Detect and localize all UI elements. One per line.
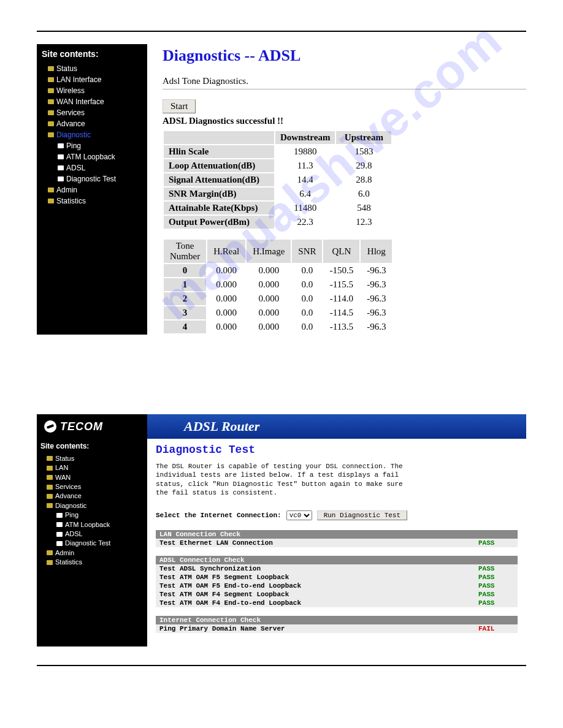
- check-result: PASS: [475, 590, 518, 599]
- folder-icon: [48, 188, 54, 192]
- sidebar-item-diagnostic-test[interactable]: Diagnostic Test: [42, 173, 142, 184]
- brand-bar: TECOM: [37, 414, 147, 439]
- check-group-title: Internet Connection Check: [156, 616, 518, 624]
- sidebar-item-admin[interactable]: Admin: [40, 548, 144, 558]
- tone-table: ToneNumberH.RealH.ImageSNRQLNHlog 00.000…: [163, 238, 393, 335]
- cell-downstream: 14.4: [275, 173, 335, 186]
- cell-snr: 0.0: [292, 278, 322, 291]
- sidebar-item-admin[interactable]: Admin: [42, 184, 142, 195]
- sidebar-item-services[interactable]: Services: [42, 107, 142, 118]
- folder-icon: [48, 110, 54, 115]
- content-area: Diagnostics -- ADSL Adsl Tone Diagnostic…: [147, 44, 526, 335]
- row-label: Hlin Scale: [164, 145, 274, 158]
- table-row: Test ADSL SynchronizationPASS: [156, 564, 518, 573]
- sidebar-item-atm-loopback[interactable]: ATM Loopback: [42, 151, 142, 162]
- cell-hlog: -96.3: [361, 292, 392, 305]
- page-icon: [58, 154, 64, 159]
- folder-icon: [47, 560, 53, 565]
- table-row: Output Power(dBm)22.312.3: [164, 216, 391, 229]
- sidebar-item-services[interactable]: Services: [40, 482, 144, 491]
- sidebar-item-diagnostic-test[interactable]: Diagnostic Test: [40, 539, 144, 548]
- check-table: LAN Connection CheckTest Ethernet LAN Co…: [156, 530, 518, 547]
- cell-qln: -115.5: [323, 278, 359, 291]
- sidebar-item-lan-interface[interactable]: LAN Interface: [42, 74, 142, 85]
- cell-hreal: 0.000: [207, 306, 245, 319]
- sidebar-item-diagnostic[interactable]: Diagnostic: [42, 129, 142, 140]
- bottom-rule: [37, 665, 526, 666]
- sidebar-item-label: ADSL: [66, 162, 85, 173]
- sidebar-item-label: Services: [55, 482, 81, 491]
- page-icon: [58, 165, 64, 170]
- cell-hlog: -96.3: [361, 278, 392, 291]
- page-icon: [56, 513, 63, 518]
- sidebar-item-advance[interactable]: Advance: [42, 118, 142, 129]
- col-header: QLN: [323, 240, 359, 263]
- panel-adsl-diagnostics: Site contents: StatusLAN InterfaceWirele…: [37, 44, 526, 335]
- cell-hlog: -96.3: [361, 306, 392, 319]
- folder-icon: [47, 503, 53, 508]
- sidebar: Site contents: StatusLANWANServicesAdvan…: [37, 439, 147, 646]
- check-label: Test ATM OAM F4 End-to-end Loopback: [156, 599, 475, 607]
- sidebar-item-label: ATM Loopback: [65, 520, 110, 529]
- col-upstream: Upstream: [336, 131, 391, 144]
- sidebar-item-status[interactable]: Status: [40, 454, 144, 463]
- col-header: SNR: [292, 240, 322, 263]
- check-table: ADSL Connection CheckTest ADSL Synchroni…: [156, 556, 518, 607]
- start-button[interactable]: Start: [163, 99, 196, 113]
- sidebar-item-statistics[interactable]: Statistics: [40, 558, 144, 567]
- check-label: Test Ethernet LAN Connection: [156, 539, 475, 547]
- cell-hreal: 0.000: [207, 292, 245, 305]
- row-label: Signal Attenuation(dB): [164, 173, 274, 186]
- sidebar-item-wan-interface[interactable]: WAN Interface: [42, 96, 142, 107]
- check-label: Test ATM OAM F5 Segment Loopback: [156, 573, 475, 582]
- sidebar-item-label: Diagnostic: [55, 501, 86, 510]
- sidebar-title: Site contents:: [42, 48, 142, 61]
- check-label: Test ATM OAM F5 End-to-end Loopback: [156, 582, 475, 590]
- sidebar-item-label: Diagnostic Test: [66, 173, 116, 184]
- connection-select[interactable]: vc0: [286, 510, 312, 520]
- cell-himage: 0.000: [247, 306, 291, 319]
- cell-upstream: 28.8: [336, 173, 391, 186]
- sidebar-item-adsl[interactable]: ADSL: [42, 162, 142, 173]
- folder-icon: [48, 77, 54, 82]
- table-row: Ping Primary Domain Name ServerFAIL: [156, 624, 518, 633]
- cell-tone-number: 0: [164, 264, 206, 277]
- sidebar-item-statistics[interactable]: Statistics: [42, 195, 142, 207]
- sidebar-item-wan[interactable]: WAN: [40, 473, 144, 482]
- table-row: 00.0000.0000.0-150.5-96.3: [164, 264, 392, 277]
- cell-qln: -114.0: [323, 292, 359, 305]
- check-label: Test ADSL Synchronization: [156, 564, 475, 573]
- check-group-title: ADSL Connection Check: [156, 556, 518, 564]
- folder-icon: [47, 550, 53, 555]
- page-icon: [56, 541, 63, 546]
- banner: TECOM ADSL Router: [37, 414, 526, 439]
- cell-himage: 0.000: [247, 292, 291, 305]
- panel2-body: Site contents: StatusLANWANServicesAdvan…: [37, 439, 526, 646]
- cell-qln: -113.5: [323, 320, 359, 333]
- sidebar-item-label: Wireless: [56, 85, 85, 96]
- sidebar-item-ping[interactable]: Ping: [40, 510, 144, 520]
- sidebar-item-label: ATM Loopback: [66, 151, 115, 162]
- sidebar-item-wireless[interactable]: Wireless: [42, 85, 142, 96]
- sidebar-item-label: Admin: [55, 548, 74, 558]
- page-wrap: manualshive.com Site contents: StatusLAN…: [37, 31, 526, 666]
- check-result: PASS: [475, 564, 518, 573]
- sidebar-item-label: LAN Interface: [56, 74, 101, 85]
- sidebar-item-lan[interactable]: LAN: [40, 463, 144, 472]
- col-downstream: Downstream: [275, 131, 335, 144]
- folder-icon: [48, 66, 54, 71]
- table-row: 10.0000.0000.0-115.5-96.3: [164, 278, 392, 291]
- status-message: ADSL Diagnostics successful !!: [163, 116, 526, 126]
- cell-upstream: 12.3: [336, 216, 391, 229]
- row-label: Output Power(dBm): [164, 216, 274, 229]
- sidebar-item-diagnostic[interactable]: Diagnostic: [40, 501, 144, 510]
- sidebar-item-adsl[interactable]: ADSL: [40, 529, 144, 539]
- sidebar-item-atm-loopback[interactable]: ATM Loopback: [40, 520, 144, 529]
- sidebar-item-label: Advance: [56, 118, 85, 129]
- run-diagnostic-button[interactable]: Run Diagnostic Test: [317, 510, 407, 520]
- sidebar-item-advance[interactable]: Advance: [40, 491, 144, 501]
- sidebar-item-ping[interactable]: Ping: [42, 140, 142, 151]
- sidebar-item-status[interactable]: Status: [42, 63, 142, 74]
- page-subtitle: Adsl Tone Diagnostics.: [163, 76, 526, 86]
- table-row: Loop Attenuation(dB)11.329.8: [164, 159, 391, 172]
